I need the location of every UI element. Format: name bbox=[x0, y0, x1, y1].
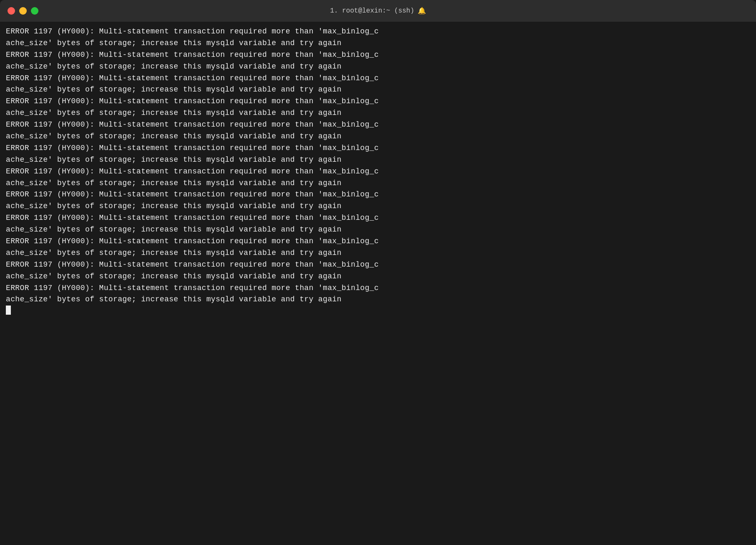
maximize-button[interactable] bbox=[31, 7, 38, 15]
error-line-12: ache_size' bytes of storage; increase th… bbox=[6, 154, 750, 166]
minimize-button[interactable] bbox=[19, 7, 27, 15]
error-line-17: ERROR 1197 (HY000): Multi-statement tran… bbox=[6, 212, 750, 224]
error-line-6: ache_size' bytes of storage; increase th… bbox=[6, 84, 750, 96]
close-button[interactable] bbox=[8, 7, 15, 15]
titlebar: 1. root@lexin:~ (ssh) 🔔 bbox=[0, 0, 756, 22]
terminal-window: 1. root@lexin:~ (ssh) 🔔 ERROR 1197 (HY00… bbox=[0, 0, 756, 545]
error-line-20: ache_size' bytes of storage; increase th… bbox=[6, 247, 750, 259]
terminal-cursor bbox=[6, 306, 11, 315]
error-line-3: ERROR 1197 (HY000): Multi-statement tran… bbox=[6, 49, 750, 61]
error-line-22: ache_size' bytes of storage; increase th… bbox=[6, 271, 750, 283]
error-line-23: ERROR 1197 (HY000): Multi-statement tran… bbox=[6, 283, 750, 294]
error-line-8: ache_size' bytes of storage; increase th… bbox=[6, 107, 750, 119]
error-line-18: ache_size' bytes of storage; increase th… bbox=[6, 224, 750, 236]
error-line-4: ache_size' bytes of storage; increase th… bbox=[6, 61, 750, 73]
error-line-7: ERROR 1197 (HY000): Multi-statement tran… bbox=[6, 96, 750, 107]
error-line-19: ERROR 1197 (HY000): Multi-statement tran… bbox=[6, 236, 750, 247]
error-lines-container: ERROR 1197 (HY000): Multi-statement tran… bbox=[6, 26, 750, 306]
error-line-16: ache_size' bytes of storage; increase th… bbox=[6, 201, 750, 212]
error-line-24: ache_size' bytes of storage; increase th… bbox=[6, 294, 750, 306]
bell-icon: 🔔 bbox=[418, 7, 426, 15]
error-line-15: ERROR 1197 (HY000): Multi-statement tran… bbox=[6, 189, 750, 201]
error-line-1: ERROR 1197 (HY000): Multi-statement tran… bbox=[6, 26, 750, 38]
cursor-line bbox=[6, 306, 750, 315]
error-line-5: ERROR 1197 (HY000): Multi-statement tran… bbox=[6, 73, 750, 84]
error-line-13: ERROR 1197 (HY000): Multi-statement tran… bbox=[6, 166, 750, 178]
error-line-9: ERROR 1197 (HY000): Multi-statement tran… bbox=[6, 119, 750, 131]
error-line-10: ache_size' bytes of storage; increase th… bbox=[6, 131, 750, 143]
window-title: 1. root@lexin:~ (ssh) bbox=[330, 7, 414, 15]
error-line-11: ERROR 1197 (HY000): Multi-statement tran… bbox=[6, 143, 750, 154]
error-line-2: ache_size' bytes of storage; increase th… bbox=[6, 38, 750, 49]
error-line-14: ache_size' bytes of storage; increase th… bbox=[6, 178, 750, 189]
error-line-21: ERROR 1197 (HY000): Multi-statement tran… bbox=[6, 259, 750, 271]
terminal-content[interactable]: ERROR 1197 (HY000): Multi-statement tran… bbox=[0, 22, 756, 545]
window-controls bbox=[8, 7, 38, 15]
